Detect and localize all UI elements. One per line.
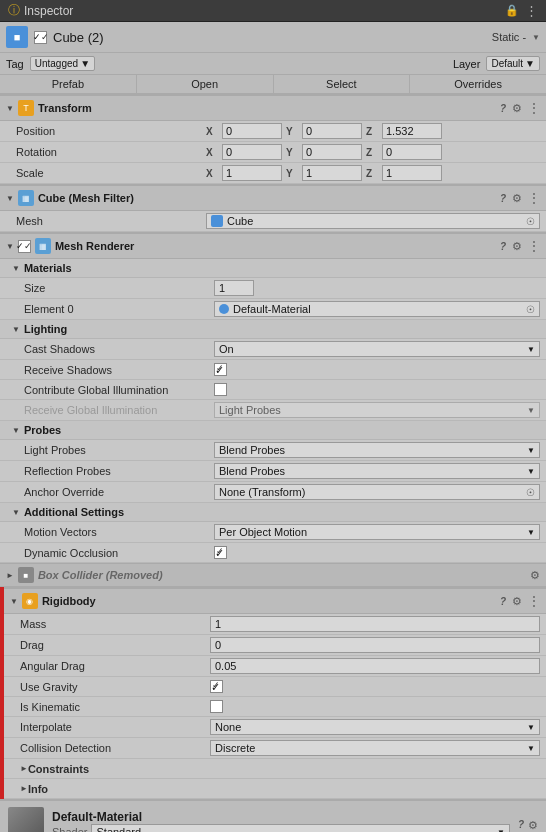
overrides-button[interactable]: Overrides xyxy=(410,75,546,93)
interpolate-dropdown[interactable]: None ▼ xyxy=(210,719,540,735)
rigidbody-header[interactable]: ▼ ◉ Rigidbody ? ⚙ ⋮ xyxy=(4,587,546,614)
material-shader-row: Shader Standard ▼ xyxy=(52,824,510,832)
drag-value[interactable]: 0 xyxy=(210,637,540,653)
material-info: Default-Material Shader Standard ▼ xyxy=(52,810,510,832)
lock-icon[interactable]: 🔒 xyxy=(505,4,519,17)
materials-collapse-icon: ▼ xyxy=(12,264,20,273)
motion-vectors-row: Motion Vectors Per Object Motion ▼ xyxy=(0,522,546,543)
rotation-y-value[interactable]: 0 xyxy=(302,144,362,160)
material-gear-icon[interactable]: ⚙ xyxy=(528,819,538,832)
motion-vectors-arrow: ▼ xyxy=(527,528,535,537)
layer-label: Layer xyxy=(453,58,481,70)
light-probes-dropdown[interactable]: Blend Probes ▼ xyxy=(214,442,540,458)
mesh-renderer-icon: ▦ xyxy=(35,238,51,254)
scale-z-value[interactable]: 1 xyxy=(382,165,442,181)
rigidbody-help-icon[interactable]: ? xyxy=(500,596,506,607)
lighting-header[interactable]: ▼ Lighting xyxy=(0,320,546,339)
prefab-button[interactable]: Prefab xyxy=(0,75,137,93)
receive-gi-arrow: ▼ xyxy=(527,406,535,415)
position-row: Position X 0 Y 0 Z 1.532 xyxy=(0,121,546,142)
collision-detection-dropdown[interactable]: Discrete ▼ xyxy=(210,740,540,756)
reflection-probes-row: Reflection Probes Blend Probes ▼ xyxy=(0,461,546,482)
materials-size-value[interactable]: 1 xyxy=(214,280,254,296)
mesh-value-field[interactable]: Cube ☉ xyxy=(206,213,540,229)
rotation-y-label: Y xyxy=(286,147,298,158)
static-dropdown-arrow[interactable]: ▼ xyxy=(532,33,540,42)
more-options-icon[interactable]: ⋮ xyxy=(525,3,538,18)
constraints-label[interactable]: Constraints xyxy=(28,763,218,775)
anchor-override-field[interactable]: None (Transform) ☉ xyxy=(214,484,540,500)
collision-detection-label: Collision Detection xyxy=(20,742,210,754)
interpolate-label: Interpolate xyxy=(20,721,210,733)
materials-header[interactable]: ▼ Materials xyxy=(0,259,546,278)
contribute-gi-checkbox[interactable] xyxy=(214,383,227,396)
position-z-value[interactable]: 1.532 xyxy=(382,123,442,139)
layer-dropdown[interactable]: Default ▼ xyxy=(486,56,540,71)
object-enabled-checkbox[interactable]: ✓ xyxy=(34,31,47,44)
rotation-x-value[interactable]: 0 xyxy=(222,144,282,160)
material-shader-label: Shader xyxy=(52,826,87,832)
motion-vectors-dropdown[interactable]: Per Object Motion ▼ xyxy=(214,524,540,540)
position-x-value[interactable]: 0 xyxy=(222,123,282,139)
box-collider-title: Box Collider (Removed) xyxy=(38,569,526,581)
tag-dropdown[interactable]: Untagged ▼ xyxy=(30,56,95,71)
materials-size-row: Size 1 xyxy=(0,278,546,299)
transform-header[interactable]: ▼ T Transform ? ⚙ ⋮ xyxy=(0,94,546,121)
transform-more-icon[interactable]: ⋮ xyxy=(528,101,540,115)
inspector-title: Inspector xyxy=(24,4,73,18)
mesh-filter-props: Mesh Cube ☉ xyxy=(0,211,546,232)
mass-value[interactable]: 1 xyxy=(210,616,540,632)
mesh-renderer-more-icon[interactable]: ⋮ xyxy=(528,239,540,253)
additional-settings-title: Additional Settings xyxy=(24,506,124,518)
additional-settings-header[interactable]: ▼ Additional Settings xyxy=(0,503,546,522)
light-probes-row: Light Probes Blend Probes ▼ xyxy=(0,440,546,461)
mesh-filter-header[interactable]: ▼ ▦ Cube (Mesh Filter) ? ⚙ ⋮ xyxy=(0,184,546,211)
cast-shadows-value: On xyxy=(219,343,234,355)
mesh-renderer-help-icon[interactable]: ? xyxy=(500,241,506,252)
scale-x-value[interactable]: 1 xyxy=(222,165,282,181)
is-kinematic-checkbox[interactable] xyxy=(210,700,223,713)
mesh-filter-collapse-icon: ▼ xyxy=(6,194,14,203)
transform-help-icon[interactable]: ? xyxy=(500,103,506,114)
mesh-filter-section: ▼ ▦ Cube (Mesh Filter) ? ⚙ ⋮ Mesh Cube ☉ xyxy=(0,184,546,232)
material-shader-dropdown[interactable]: Standard ▼ xyxy=(91,824,509,832)
lighting-collapse-icon: ▼ xyxy=(12,325,20,334)
position-y-label: Y xyxy=(286,126,298,137)
use-gravity-checkbox[interactable]: ✓ xyxy=(210,680,223,693)
scale-row: Scale X 1 Y 1 Z 1 xyxy=(0,163,546,184)
open-button[interactable]: Open xyxy=(137,75,274,93)
scale-y-label: Y xyxy=(286,168,298,179)
mesh-filter-settings-icon[interactable]: ⚙ xyxy=(512,192,522,205)
mesh-renderer-settings-icon[interactable]: ⚙ xyxy=(512,240,522,253)
mesh-renderer-checkbox[interactable]: ✓ xyxy=(18,240,31,253)
additional-settings-subsection: ▼ Additional Settings Motion Vectors Per… xyxy=(0,503,546,563)
inspector-icon: ⓘ xyxy=(8,2,20,19)
rotation-z-value[interactable]: 0 xyxy=(382,144,442,160)
info-label[interactable]: Info xyxy=(28,783,218,795)
probes-header[interactable]: ▼ Probes xyxy=(0,421,546,440)
element0-value-field[interactable]: Default-Material ☉ xyxy=(214,301,540,317)
scale-y-value[interactable]: 1 xyxy=(302,165,362,181)
mesh-filter-help-icon[interactable]: ? xyxy=(500,193,506,204)
position-y-value[interactable]: 0 xyxy=(302,123,362,139)
dynamic-occlusion-checkbox[interactable]: ✓ xyxy=(214,546,227,559)
receive-shadows-checkbox[interactable]: ✓ xyxy=(214,363,227,376)
transform-settings-icon[interactable]: ⚙ xyxy=(512,102,522,115)
cast-shadows-dropdown[interactable]: On ▼ xyxy=(214,341,540,357)
rigidbody-settings-icon[interactable]: ⚙ xyxy=(512,595,522,608)
mesh-value: Cube xyxy=(227,215,253,227)
angular-drag-value[interactable]: 0.05 xyxy=(210,658,540,674)
is-kinematic-row: Is Kinematic xyxy=(4,697,546,717)
select-button[interactable]: Select xyxy=(274,75,411,93)
mesh-filter-more-icon[interactable]: ⋮ xyxy=(528,191,540,205)
receive-gi-label: Receive Global Illumination xyxy=(24,404,214,416)
box-collider-gear-icon[interactable]: ⚙ xyxy=(530,569,540,581)
receive-gi-row: Receive Global Illumination Light Probes… xyxy=(0,400,546,421)
rigidbody-more-icon[interactable]: ⋮ xyxy=(528,594,540,608)
box-collider-collapse-icon: ► xyxy=(6,571,14,580)
reflection-probes-dropdown[interactable]: Blend Probes ▼ xyxy=(214,463,540,479)
mesh-label: Mesh xyxy=(16,215,206,227)
collision-detection-row: Collision Detection Discrete ▼ xyxy=(4,738,546,759)
material-help-icon[interactable]: ? xyxy=(518,819,524,832)
mesh-renderer-header[interactable]: ▼ ✓ ▦ Mesh Renderer ? ⚙ ⋮ xyxy=(0,232,546,259)
